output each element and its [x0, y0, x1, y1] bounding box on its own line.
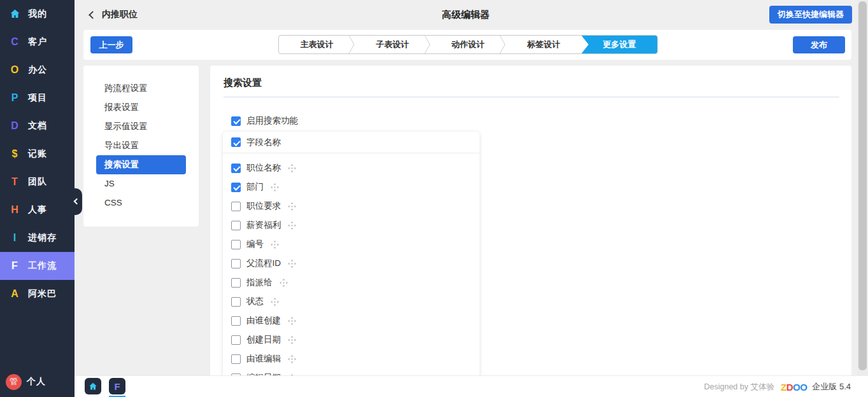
field-label: 指派给: [246, 277, 273, 288]
drag-handle-icon[interactable]: [288, 164, 296, 172]
user-avatar[interactable]: 管: [6, 374, 22, 390]
sidebar-item[interactable]: $ 记账: [0, 140, 75, 168]
enable-search-checkbox[interactable]: [231, 116, 241, 126]
field-row[interactable]: 由谁编辑: [223, 349, 480, 368]
switch-editor-button[interactable]: 切换至快捷编辑器: [769, 6, 852, 24]
back-label: 内推职位: [102, 9, 138, 20]
logo-letter: Z: [781, 382, 786, 393]
edition-label: 企业版 5.4: [812, 381, 851, 393]
scrollbar-track[interactable]: [857, 0, 868, 397]
field-checkbox[interactable]: [231, 259, 241, 268]
sidebar-item-label: 文档: [28, 120, 47, 132]
step-tab[interactable]: 主表设计: [279, 36, 355, 53]
app-icon: H: [7, 204, 22, 216]
taskbar-home-button[interactable]: [85, 378, 101, 394]
field-checkbox[interactable]: [231, 297, 241, 307]
field-name-checkbox[interactable]: [231, 137, 241, 147]
sidebar-item-label: 客户: [28, 36, 47, 48]
field-row[interactable]: 薪资福利: [223, 216, 480, 235]
settings-nav-item[interactable]: 导出设置: [96, 136, 186, 155]
sidebar-item-label: 进销存: [28, 232, 57, 244]
field-label: 父流程ID: [246, 258, 281, 269]
logo-letter: O: [793, 382, 800, 393]
drag-handle-icon[interactable]: [280, 279, 288, 287]
field-checkbox[interactable]: [231, 354, 241, 364]
sidebar-item[interactable]: I 进销存: [0, 224, 75, 252]
settings-nav-item[interactable]: JS: [96, 174, 186, 193]
drag-handle-icon[interactable]: [271, 240, 279, 249]
settings-nav: 跨流程设置 报表设置 显示值设置 导出设置 搜索设置 JS CSS: [83, 66, 199, 226]
sidebar-item[interactable]: T 团队: [0, 168, 75, 196]
designed-by-text: Designed by 艾体验: [704, 382, 774, 393]
field-row[interactable]: 由谁创建: [223, 311, 480, 330]
logo-letter: D: [786, 382, 793, 393]
sidebar-user[interactable]: 管 个人: [0, 368, 75, 396]
sidebar-item[interactable]: A 阿米巴: [0, 280, 75, 308]
field-row[interactable]: 父流程ID: [223, 254, 480, 273]
search-settings-panel: 搜索设置 启用搜索功能 字段名称 职位名称: [210, 66, 851, 376]
step-separator-icon: [348, 36, 355, 53]
zdoo-logo: ZDOO: [781, 382, 807, 393]
field-row[interactable]: 职位名称: [223, 158, 480, 178]
field-row[interactable]: 职位要求: [223, 197, 480, 216]
field-checkbox[interactable]: [231, 183, 241, 192]
scrollbar-thumb[interactable]: [858, 1, 867, 370]
wizard-toolbar: 上一步 主表设计 子表设计 动作设计 标签设计: [83, 30, 851, 60]
settings-nav-item[interactable]: 显示值设置: [96, 117, 186, 136]
settings-nav-item[interactable]: CSS: [96, 193, 186, 212]
taskbar-workflow-button[interactable]: F: [109, 378, 125, 394]
app-icon: T: [7, 176, 22, 188]
drag-handle-icon[interactable]: [288, 221, 296, 230]
sidebar-collapse-toggle[interactable]: [68, 188, 82, 215]
step-tab[interactable]: 更多设置: [581, 36, 657, 53]
field-checkbox[interactable]: [231, 164, 241, 173]
field-label: 职位要求: [246, 200, 281, 212]
drag-handle-icon[interactable]: [288, 317, 296, 325]
back-link[interactable]: 内推职位: [90, 0, 138, 29]
sidebar-item[interactable]: O 办公: [0, 56, 75, 84]
field-row[interactable]: 指派给: [223, 273, 480, 292]
sidebar-item[interactable]: 我的: [0, 0, 75, 28]
settings-nav-item[interactable]: 报表设置: [96, 98, 186, 117]
field-checkbox[interactable]: [231, 202, 241, 211]
drag-handle-icon[interactable]: [288, 260, 296, 268]
field-label: 由谁编辑: [246, 353, 281, 365]
sidebar-item[interactable]: H 人事: [0, 196, 75, 224]
field-checkbox[interactable]: [231, 335, 241, 345]
sidebar-item[interactable]: C 客户: [0, 28, 75, 56]
drag-handle-icon[interactable]: [288, 336, 296, 344]
step-tab[interactable]: 标签设计: [506, 36, 581, 53]
field-row[interactable]: 部门: [223, 178, 480, 197]
enable-search-row[interactable]: 启用搜索功能: [231, 115, 298, 127]
app-icon: C: [7, 36, 22, 48]
sidebar-item[interactable]: P 项目: [0, 84, 75, 112]
field-checkbox[interactable]: [231, 278, 241, 288]
field-row[interactable]: 创建日期: [223, 330, 480, 349]
settings-nav-item[interactable]: 跨流程设置: [96, 79, 186, 98]
app-window: 我的 C 客户 O 办公: [0, 0, 868, 397]
home-icon: [10, 9, 20, 19]
field-row[interactable]: 状态: [223, 292, 480, 311]
drag-handle-icon[interactable]: [271, 298, 279, 306]
field-checkbox[interactable]: [231, 240, 241, 249]
previous-step-button[interactable]: 上一步: [90, 36, 132, 53]
drag-handle-icon[interactable]: [288, 202, 296, 211]
app-icon: D: [7, 120, 22, 132]
drag-handle-icon[interactable]: [271, 183, 279, 192]
field-checkbox[interactable]: [231, 316, 241, 326]
field-label: 编号: [246, 239, 264, 250]
publish-button[interactable]: 发布: [793, 36, 845, 53]
enable-search-label: 启用搜索功能: [246, 115, 298, 127]
field-row[interactable]: 编号: [223, 235, 480, 254]
sidebar-item[interactable]: F 工作流: [0, 252, 75, 280]
field-label: 由谁创建: [246, 315, 281, 326]
app-icon: O: [7, 64, 22, 76]
drag-handle-icon[interactable]: [288, 355, 296, 363]
step-tab[interactable]: 动作设计: [430, 36, 506, 53]
sidebar-item-label: 人事: [28, 204, 47, 216]
field-checkbox[interactable]: [231, 221, 241, 230]
field-name-header-row[interactable]: 字段名称: [223, 132, 480, 153]
settings-nav-item[interactable]: 搜索设置: [96, 155, 186, 174]
step-tab[interactable]: 子表设计: [355, 36, 430, 53]
sidebar-item[interactable]: D 文档: [0, 112, 75, 140]
